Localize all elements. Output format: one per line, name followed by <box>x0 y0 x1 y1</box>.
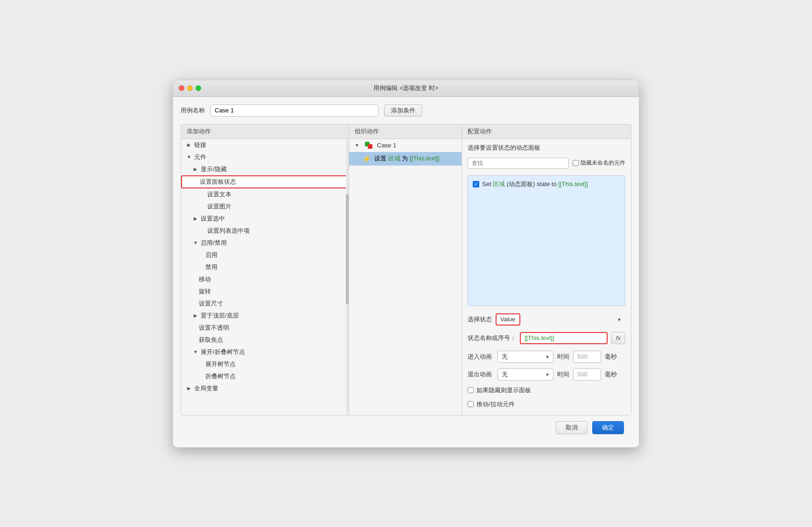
action-label-value: [[This.text]] <box>410 155 440 162</box>
tree-label-disable: 禁用 <box>205 263 217 271</box>
tree-label-set-size: 设置尺寸 <box>199 299 223 308</box>
tree-item-set-opacity[interactable]: 设置不透明 <box>181 322 349 334</box>
tree-label-expand-node: 展开树节点 <box>205 360 236 368</box>
search-input[interactable] <box>468 158 569 169</box>
left-scrollbar[interactable] <box>346 139 349 415</box>
search-row: 隐藏未命名的元件 <box>468 158 625 169</box>
arrow-enable-disable <box>192 240 199 246</box>
tree-label-collapse-node: 折叠树节点 <box>205 372 236 381</box>
action-label-area: 区域 <box>388 155 400 162</box>
tree-item-link[interactable]: 链接 <box>181 139 349 151</box>
tree-item-global-var[interactable]: 全局变量 <box>181 382 349 395</box>
tree-item-rotate[interactable]: 旋转 <box>181 285 349 298</box>
close-button[interactable] <box>179 85 184 91</box>
action-row[interactable]: ⚡ 设置 区域 为 [[This.text]] <box>349 152 462 166</box>
confirm-button[interactable]: 确定 <box>592 421 624 434</box>
tree-item-set-selected[interactable]: 设置选中 <box>181 213 349 225</box>
add-condition-button[interactable]: 添加条件 <box>384 104 422 117</box>
action-checkbox[interactable]: ✓ <box>473 181 479 187</box>
configure-actions-body: 选择要设置状态的动态面板 隐藏未命名的元件 ✓ <box>462 139 631 415</box>
tree-item-set-text[interactable]: 设置文本 <box>181 188 349 201</box>
case-name-input[interactable] <box>210 104 378 117</box>
tree-item-expand-collapse[interactable]: 展开/折叠树节点 <box>181 346 349 358</box>
exit-ms-label: 毫秒 <box>605 370 617 379</box>
tree-item-set-panel-state[interactable]: 设置面板状态 <box>181 175 349 188</box>
action-item-area: 区域 <box>493 180 505 187</box>
tree-item-component[interactable]: 元件 <box>181 151 349 163</box>
enter-anim-dropdown[interactable]: 无 <box>497 351 553 363</box>
action-list-item[interactable]: ✓ Set 区域 (动态面板) state to [[This.text]] <box>470 178 623 191</box>
fx-button[interactable]: fx <box>611 332 625 344</box>
tree-label-rotate: 旋转 <box>199 287 211 296</box>
main-window: 用例编辑 <选项改变 时> 用例名称 添加条件 添加动作 链接 <box>173 80 639 448</box>
enter-anim-row: 进入动画 无 ▼ 时间 毫秒 <box>468 351 625 363</box>
enter-time-input[interactable] <box>573 351 601 363</box>
action-item-prefix: Set <box>482 180 493 187</box>
select-state-row: 选择状态 Value ▼ <box>468 313 625 326</box>
minimize-button[interactable] <box>187 85 193 91</box>
push-pull-row: 推动/拉动元件 <box>468 400 625 409</box>
enter-time-label: 时间 <box>557 353 569 361</box>
configure-actions-col: 配置动作 选择要设置状态的动态面板 隐藏未命名的元件 <box>462 125 631 415</box>
tree-item-bring-to-top[interactable]: 置于顶层/底层 <box>181 310 349 322</box>
action-list-text: Set 区域 (动态面板) state to [[This.text]] <box>482 180 588 188</box>
show-panel-checkbox[interactable] <box>468 387 474 393</box>
tree-label-enable: 启用 <box>205 251 217 259</box>
hide-unnamed-label: 隐藏未命名的元件 <box>581 159 625 167</box>
action-text: 设置 区域 为 [[This.text]] <box>374 154 439 163</box>
tree-item-disable[interactable]: 禁用 <box>181 261 349 273</box>
show-panel-label: 如果隐藏则显示面板 <box>476 386 531 395</box>
case-arrow <box>354 142 360 149</box>
arrow-show-hide <box>192 166 199 173</box>
tree-item-show-hide[interactable]: 显示/隐藏 <box>181 163 349 175</box>
maximize-button[interactable] <box>196 85 201 91</box>
cancel-button[interactable]: 取消 <box>556 421 588 434</box>
tree-label-set-selected: 设置选中 <box>201 215 225 223</box>
show-panel-row: 如果隐藏则显示面板 <box>468 386 625 395</box>
tree-item-get-focus[interactable]: 获取焦点 <box>181 334 349 346</box>
state-name-input[interactable] <box>520 332 608 344</box>
tree-label-bring-to-top: 置于顶层/底层 <box>201 312 239 320</box>
exit-anim-label: 退出动画 <box>468 370 494 379</box>
left-scrollbar-thumb <box>346 194 349 305</box>
config-content: 选择要设置状态的动态面板 隐藏未命名的元件 ✓ <box>462 139 631 415</box>
case-label: Case 1 <box>377 142 396 149</box>
exit-anim-dropdown[interactable]: 无 <box>497 368 553 381</box>
tree-item-set-size[interactable]: 设置尺寸 <box>181 298 349 310</box>
tree-item-move[interactable]: 移动 <box>181 273 349 285</box>
tree-item-enable[interactable]: 启用 <box>181 249 349 261</box>
tree-item-set-image[interactable]: 设置图片 <box>181 201 349 213</box>
tree-label-move: 移动 <box>199 275 211 284</box>
exit-time-input[interactable] <box>573 368 601 381</box>
tree-label-global-var: 全局变量 <box>194 384 218 393</box>
state-name-label: 状态名称或序号： <box>468 334 516 342</box>
push-pull-label: 推动/拉动元件 <box>476 400 515 409</box>
exit-anim-dropdown-wrapper: 无 ▼ <box>497 368 553 381</box>
hide-unnamed-row: 隐藏未命名的元件 <box>573 159 625 167</box>
bottom-buttons: 取消 确定 <box>181 416 631 440</box>
action-list-box: ✓ Set 区域 (动态面板) state to [[This.text]] <box>468 175 625 306</box>
action-label-suffix: 为 <box>400 155 410 162</box>
enter-ms-label: 毫秒 <box>605 353 617 361</box>
tree-item-enable-disable[interactable]: 启用/禁用 <box>181 237 349 249</box>
exit-anim-row: 退出动画 无 ▼ 时间 毫秒 <box>468 368 625 381</box>
tree-item-expand-node[interactable]: 展开树节点 <box>181 358 349 370</box>
dropdown-arrow-icon: ▼ <box>617 317 622 322</box>
tree-label-enable-disable: 启用/禁用 <box>201 239 227 247</box>
tree-label-link: 链接 <box>194 141 206 149</box>
tree-label-set-opacity: 设置不透明 <box>199 324 229 332</box>
arrow-component <box>186 154 192 160</box>
action-item-value: [[This.text]] <box>558 180 588 187</box>
config-section-label: 选择要设置状态的动态面板 <box>468 144 625 152</box>
add-actions-col: 添加动作 链接 元件 显示/隐藏 <box>181 125 349 415</box>
push-pull-checkbox[interactable] <box>468 401 474 407</box>
hide-unnamed-checkbox[interactable] <box>573 160 579 166</box>
arrow-set-selected <box>192 215 199 222</box>
tree-item-set-list-selected[interactable]: 设置列表选中项 <box>181 225 349 237</box>
tree-label-set-panel-state: 设置面板状态 <box>200 178 236 186</box>
organize-actions-col: 组织动作 Case 1 ⚡ <box>349 125 462 415</box>
add-actions-body: 链接 元件 显示/隐藏 设置面板状态 <box>181 139 349 415</box>
enter-anim-dropdown-wrapper: 无 ▼ <box>497 351 553 363</box>
tree-item-collapse-node[interactable]: 折叠树节点 <box>181 370 349 382</box>
select-state-dropdown[interactable]: Value <box>496 313 520 326</box>
